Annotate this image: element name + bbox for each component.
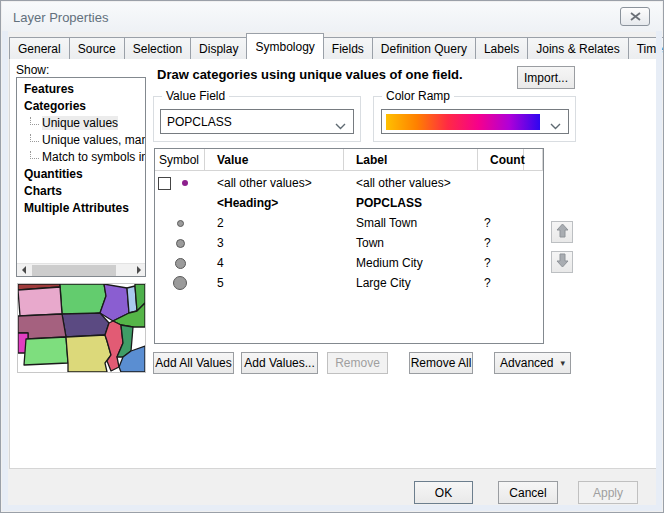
tree-branch-line xyxy=(30,151,39,159)
table-header: Symbol Value Label Count xyxy=(155,149,543,171)
value-field-group: Value Field POPCLASS xyxy=(153,96,361,142)
tab-definition-query[interactable]: Definition Query xyxy=(372,37,476,59)
cell-count xyxy=(478,193,524,213)
table-row[interactable]: 3 Town ? xyxy=(155,233,543,253)
tab-selection[interactable]: Selection xyxy=(124,37,191,59)
cell-value: 5 xyxy=(205,273,344,293)
horizontal-scrollbar[interactable] xyxy=(17,263,145,276)
value-field-dropdown[interactable]: POPCLASS xyxy=(160,109,354,134)
tree-branch-line xyxy=(30,134,39,142)
cell-value: <Heading> xyxy=(205,193,344,213)
table-row[interactable]: 2 Small Town ? xyxy=(155,213,543,233)
color-ramp-label: Color Ramp xyxy=(382,89,454,103)
all-other-values-checkbox[interactable] xyxy=(158,177,171,190)
scrollbar-thumb[interactable] xyxy=(32,265,116,276)
tree-item-match-to-symbols[interactable]: Match to symbols in a xyxy=(17,149,145,166)
cell-label: Medium City xyxy=(344,253,478,273)
map-preview xyxy=(17,283,146,373)
draw-method-description: Draw categories using unique values of o… xyxy=(157,67,463,82)
color-ramp-dropdown[interactable] xyxy=(381,109,569,134)
scroll-left-icon[interactable] xyxy=(17,264,30,276)
cell-value: 3 xyxy=(205,233,344,253)
close-button[interactable] xyxy=(620,7,650,26)
chevron-down-icon xyxy=(335,119,346,133)
tab-strip: General Source Selection Display Symbolo… xyxy=(9,36,664,59)
cell-label: Small Town xyxy=(344,213,478,233)
tab-general[interactable]: General xyxy=(9,37,70,59)
tree-item-unique-values[interactable]: Unique values xyxy=(17,115,145,132)
add-all-values-button[interactable]: Add All Values xyxy=(153,352,234,374)
unique-values-table: Symbol Value Label Count <all other valu… xyxy=(154,148,544,344)
category-symbol[interactable] xyxy=(177,220,184,227)
remove-button[interactable]: Remove xyxy=(327,352,388,374)
advanced-button-label: Advanced xyxy=(500,356,553,370)
move-down-button[interactable] xyxy=(551,251,573,273)
arrow-up-icon xyxy=(555,223,570,241)
table-row[interactable]: <all other values> <all other values> xyxy=(155,173,543,193)
all-other-values-symbol[interactable] xyxy=(182,180,188,186)
column-header-value: Value xyxy=(205,149,344,170)
tab-source[interactable]: Source xyxy=(69,37,125,59)
cell-value: 4 xyxy=(205,253,344,273)
close-icon xyxy=(630,10,641,24)
tab-symbology[interactable]: Symbology xyxy=(246,33,323,59)
tree-item-charts[interactable]: Charts xyxy=(17,183,145,200)
color-ramp-gradient xyxy=(386,114,540,130)
add-values-button[interactable]: Add Values... xyxy=(241,352,318,374)
cell-label: POPCLASS xyxy=(344,193,478,213)
tree-branch-line xyxy=(30,117,39,125)
cell-label: Town xyxy=(344,233,478,253)
value-field-selected: POPCLASS xyxy=(167,115,232,129)
move-up-button[interactable] xyxy=(551,221,573,243)
arrow-down-icon xyxy=(555,253,570,271)
tab-labels[interactable]: Labels xyxy=(475,37,528,59)
cell-label: Large City xyxy=(344,273,478,293)
cell-count: ? xyxy=(478,233,524,253)
cell-count: ? xyxy=(478,213,524,233)
table-row[interactable]: 4 Medium City ? xyxy=(155,253,543,273)
apply-button[interactable]: Apply xyxy=(578,481,638,504)
cell-value: 2 xyxy=(205,213,344,233)
window-title: Layer Properties xyxy=(13,10,108,25)
title-bar: Layer Properties xyxy=(2,2,662,32)
layer-properties-dialog: Layer Properties General Source Selectio… xyxy=(0,0,664,513)
category-symbol[interactable] xyxy=(175,258,186,269)
column-header-count: Count xyxy=(478,149,524,170)
tab-joins-relates[interactable]: Joins & Relates xyxy=(527,37,628,59)
symbology-type-tree: Features Categories Unique values Unique… xyxy=(17,78,145,217)
tree-item-unique-values-many[interactable]: Unique values, many xyxy=(17,132,145,149)
dropdown-arrow-icon: ▾ xyxy=(560,358,565,368)
scroll-right-icon[interactable] xyxy=(132,264,145,276)
chevron-down-icon xyxy=(550,119,561,133)
symbology-tab-page: Show: Features Categories Unique values … xyxy=(9,58,657,469)
tree-item-quantities[interactable]: Quantities xyxy=(17,166,145,183)
tree-item-features[interactable]: Features xyxy=(17,81,145,98)
color-ramp-group: Color Ramp xyxy=(373,96,576,142)
cell-count xyxy=(478,173,524,193)
show-label: Show: xyxy=(16,63,49,77)
remove-all-button[interactable]: Remove All xyxy=(409,352,473,374)
table-row[interactable]: 5 Large City ? xyxy=(155,273,543,293)
ok-button[interactable]: OK xyxy=(414,481,473,504)
tab-fields[interactable]: Fields xyxy=(323,37,373,59)
cell-label: <all other values> xyxy=(344,173,478,193)
column-header-label: Label xyxy=(344,149,478,170)
column-header-symbol: Symbol xyxy=(155,149,205,170)
cancel-button[interactable]: Cancel xyxy=(498,481,558,504)
cell-count: ? xyxy=(478,273,524,293)
column-header-spacer xyxy=(524,149,543,170)
tab-time[interactable]: Time xyxy=(628,37,664,59)
table-row[interactable]: <Heading> POPCLASS xyxy=(155,193,543,213)
category-symbol[interactable] xyxy=(176,239,185,248)
value-field-label: Value Field xyxy=(162,89,229,103)
tab-display[interactable]: Display xyxy=(190,37,247,59)
category-symbol[interactable] xyxy=(173,276,187,290)
tree-item-multiple-attributes[interactable]: Multiple Attributes xyxy=(17,200,145,217)
cell-value: <all other values> xyxy=(205,173,344,193)
advanced-button[interactable]: Advanced ▾ xyxy=(494,352,571,374)
cell-count: ? xyxy=(478,253,524,273)
tree-item-categories[interactable]: Categories xyxy=(17,98,145,115)
import-button[interactable]: Import... xyxy=(517,66,575,89)
symbology-type-list: Features Categories Unique values Unique… xyxy=(16,77,146,277)
